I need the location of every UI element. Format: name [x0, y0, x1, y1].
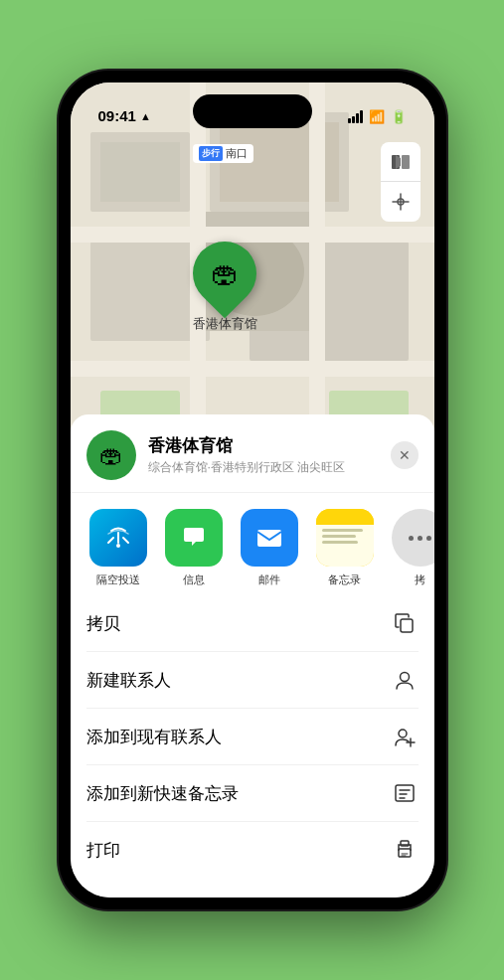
location-pin: 🏟 香港体育馆	[193, 242, 257, 333]
phone-screen: 09:41 ▲ 📶 🔋	[71, 82, 434, 898]
action-new-contact[interactable]: 新建联系人	[86, 652, 419, 709]
airdrop-label: 隔空投送	[96, 572, 140, 587]
svg-rect-10	[71, 361, 434, 377]
svg-point-23	[400, 673, 409, 682]
venue-subtitle: 综合体育馆·香港特别行政区 油尖旺区	[148, 459, 379, 476]
new-contact-icon	[391, 666, 419, 694]
venue-icon: 🏟	[86, 430, 136, 480]
location-button[interactable]	[381, 182, 420, 222]
signal-icon	[348, 110, 363, 123]
status-time: 09:41	[98, 107, 136, 124]
action-add-notes[interactable]: 添加到新快速备忘录	[86, 765, 419, 822]
action-print-label: 打印	[86, 839, 120, 862]
bottom-sheet: 🏟 香港体育馆 综合体育馆·香港特别行政区 油尖旺区 ✕	[71, 414, 434, 898]
notes-icon	[316, 509, 374, 567]
svg-point-20	[116, 544, 120, 548]
action-print[interactable]: 打印	[86, 822, 419, 878]
mail-icon	[241, 509, 298, 567]
phone-frame: 09:41 ▲ 📶 🔋	[59, 71, 446, 909]
copy-icon	[391, 609, 419, 637]
share-messages[interactable]: 信息	[158, 509, 230, 587]
stadium-icon: 🏟	[211, 257, 239, 290]
map-label-text: 南口	[226, 146, 248, 161]
quick-note-icon	[391, 779, 419, 807]
share-airdrop[interactable]: 隔空投送	[83, 509, 154, 587]
action-copy[interactable]: 拷贝	[86, 595, 419, 652]
action-copy-label: 拷贝	[86, 612, 120, 635]
sheet-header: 🏟 香港体育馆 综合体育馆·香港特别行政区 油尖旺区 ✕	[71, 414, 434, 493]
messages-label: 信息	[183, 572, 205, 587]
close-button[interactable]: ✕	[391, 441, 419, 469]
status-icons: 📶 🔋	[348, 109, 407, 124]
svg-rect-17	[402, 155, 410, 169]
wifi-icon: 📶	[369, 109, 385, 124]
svg-rect-22	[401, 619, 413, 632]
action-add-existing-label: 添加到现有联系人	[86, 726, 222, 748]
venue-title: 香港体育馆	[148, 434, 379, 457]
print-icon	[391, 836, 419, 864]
svg-rect-32	[401, 841, 409, 846]
action-new-contact-label: 新建联系人	[86, 669, 171, 692]
messages-icon	[165, 509, 223, 567]
mail-label: 邮件	[258, 572, 280, 587]
map-entrance-label: 步行 南口	[193, 144, 253, 163]
action-list: 拷贝 新建联系人	[71, 595, 434, 878]
map-label-badge: 步行	[199, 146, 223, 161]
venue-info: 香港体育馆 综合体育馆·香港特别行政区 油尖旺区	[148, 434, 379, 476]
more-icon	[392, 509, 434, 567]
pin-icon: 🏟	[180, 229, 270, 319]
svg-marker-18	[396, 155, 401, 169]
add-contact-icon	[391, 723, 419, 750]
share-notes[interactable]: 备忘录	[309, 509, 381, 587]
notes-label: 备忘录	[328, 572, 361, 587]
battery-icon: 🔋	[391, 109, 407, 124]
more-label: 拷	[415, 572, 425, 587]
share-row: 隔空投送 信息	[71, 493, 434, 595]
action-add-notes-label: 添加到新快速备忘录	[86, 782, 239, 805]
map-type-button[interactable]	[381, 142, 420, 182]
svg-rect-2	[100, 142, 180, 202]
svg-rect-21	[257, 530, 281, 547]
share-more[interactable]: 拷	[385, 509, 434, 587]
close-icon: ✕	[399, 447, 411, 463]
svg-point-24	[399, 730, 407, 737]
share-mail[interactable]: 邮件	[234, 509, 305, 587]
dynamic-island	[193, 94, 312, 128]
svg-rect-9	[71, 227, 434, 243]
action-add-existing[interactable]: 添加到现有联系人	[86, 709, 419, 765]
location-icon: ▲	[140, 110, 151, 122]
airdrop-icon	[89, 509, 147, 567]
map-controls	[381, 142, 420, 222]
